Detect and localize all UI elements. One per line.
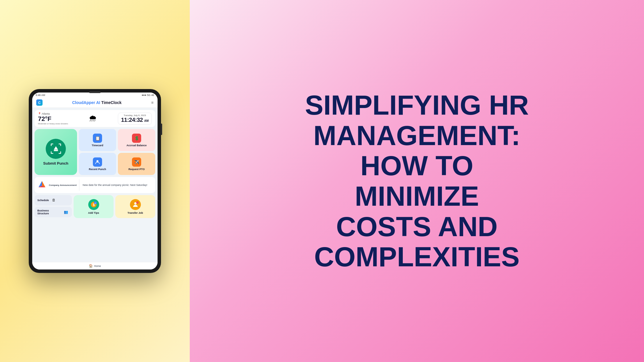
side-tiles: Schedule 🗓 Business Structure 👥 — [34, 195, 72, 218]
recent-punch-tile[interactable]: Recent Punch — [79, 153, 116, 175]
location-label: 📍 Atlanta — [38, 112, 68, 115]
request-pto-label: Request PTO — [129, 168, 145, 171]
app-title: CloudApper AI TimeClock — [72, 100, 122, 105]
am-pm-label: AM — [144, 119, 149, 122]
timecard-label: Timecard — [92, 144, 103, 147]
headline-line1: SIMPLIFYING HR — [305, 90, 529, 120]
announcement-title: Company Announcement — [49, 184, 77, 186]
request-pto-tile[interactable]: ✈️ Request PTO — [118, 153, 155, 175]
add-tips-label: Add Tips — [88, 211, 99, 214]
headline-line4: MINIMIZE — [355, 181, 479, 211]
submit-punch-tile[interactable]: Submit Punch — [34, 129, 77, 175]
temperature-display: 72°F — [38, 115, 68, 123]
add-tips-tile[interactable]: $ + Add Tips — [74, 195, 114, 218]
headline-line5: COSTS AND — [336, 211, 498, 242]
transfer-job-label: Transfer Job — [127, 211, 143, 214]
request-pto-icon: ✈️ — [132, 157, 141, 167]
small-tiles-grid: 📋 Timecard 💲 Accrual Balance — [79, 129, 155, 175]
tablet-screen: 9:46 AM ●●● 5G 46 C — [32, 93, 158, 269]
app-content: 📍 Atlanta 72°F Moderate or heavy snow sh… — [32, 108, 158, 262]
accrual-label: Accrual Balance — [126, 144, 147, 147]
headline-line2: MANAGEMENT: — [313, 120, 520, 151]
pin-icon: 📍 — [38, 112, 41, 115]
app-title-blue: CloudApper AI — [72, 100, 100, 105]
status-bar-icons: ●●● 5G 46 — [142, 94, 154, 97]
svg-point-5 — [97, 160, 99, 162]
recent-punch-label: Recent Punch — [89, 168, 106, 171]
announcement-divider — [79, 179, 79, 191]
accrual-icon: 💲 — [132, 134, 141, 143]
svg-text:+: + — [95, 202, 96, 204]
add-tips-icon: $ + — [88, 199, 99, 210]
schedule-tile[interactable]: Schedule 🗓 — [34, 195, 72, 205]
business-label: Business Structure — [37, 209, 61, 215]
announcement-info: Company Announcement — [49, 184, 77, 186]
accrual-tile[interactable]: 💲 Accrual Balance — [118, 129, 155, 151]
right-panel: SIMPLIFYING HR MANAGEMENT: HOW TO MINIMI… — [190, 0, 644, 362]
svg-rect-4 — [54, 150, 58, 151]
action-grid: Submit Punch 📋 Timecard 💲 Accrual Balanc… — [34, 129, 155, 175]
timecard-icon: 📋 — [93, 134, 102, 143]
weather-time-bar: 📍 Atlanta 72°F Moderate or heavy snow sh… — [34, 110, 155, 127]
status-bar-time: 9:46 AM — [36, 94, 45, 97]
announcement-bar: Company Announcement New date for the an… — [34, 177, 155, 193]
schedule-icon: 🗓 — [51, 197, 57, 203]
schedule-label: Schedule — [37, 199, 49, 202]
left-panel: 9:46 AM ●●● 5G 46 C — [0, 0, 190, 362]
home-icon: 🏠 — [89, 264, 93, 268]
menu-icon[interactable]: ≡ — [151, 100, 154, 105]
punch-icon-svg — [47, 139, 65, 158]
weather-icon: 🌨 — [89, 114, 97, 123]
punch-icon-circle — [46, 139, 66, 159]
city-name: Atlanta — [42, 112, 50, 115]
app-header: C CloudApper AI TimeClock ≡ — [32, 98, 158, 108]
svg-text:→: → — [136, 202, 138, 204]
time-display: 11:24:32 AM — [121, 117, 149, 123]
transfer-job-tile[interactable]: → Transfer Job — [115, 195, 155, 218]
time-section: Tuesday, July 6, 2023 11:24:32 AM — [118, 113, 152, 125]
headline-text: SIMPLIFYING HR MANAGEMENT: HOW TO MINIMI… — [305, 90, 529, 272]
bottom-nav[interactable]: 🏠 Home — [32, 262, 158, 269]
headline-line6: COMPLEXITIES — [314, 241, 520, 272]
home-label: Home — [94, 265, 101, 267]
svg-text:C: C — [38, 101, 41, 105]
bottom-section: Schedule 🗓 Business Structure 👥 — [34, 195, 155, 218]
announcement-text: New date for the annual company picnic: … — [82, 183, 147, 187]
weather-description: Moderate or heavy snow showers — [38, 123, 68, 125]
announcement-logo — [37, 180, 47, 190]
submit-punch-label: Submit Punch — [43, 161, 68, 165]
transfer-job-icon: → — [130, 199, 141, 210]
business-structure-tile[interactable]: Business Structure 👥 — [34, 207, 72, 217]
status-bar: 9:46 AM ●●● 5G 46 — [32, 93, 158, 98]
app-title-dark: TimeClock — [100, 100, 121, 105]
date-display: Tuesday, July 6, 2023 — [121, 114, 149, 117]
headline-line3: HOW TO — [361, 150, 474, 181]
recent-punch-icon — [93, 157, 102, 167]
business-icon: 👥 — [63, 209, 69, 215]
weather-section: 📍 Atlanta 72°F Moderate or heavy snow sh… — [38, 112, 68, 125]
timecard-tile[interactable]: 📋 Timecard — [79, 129, 116, 151]
large-bottom-tiles: $ + Add Tips — [74, 195, 155, 218]
clock-time: 11:24:32 — [121, 117, 143, 123]
app-logo-icon: C — [36, 99, 43, 106]
tablet-device: 9:46 AM ●●● 5G 46 C — [29, 89, 161, 273]
